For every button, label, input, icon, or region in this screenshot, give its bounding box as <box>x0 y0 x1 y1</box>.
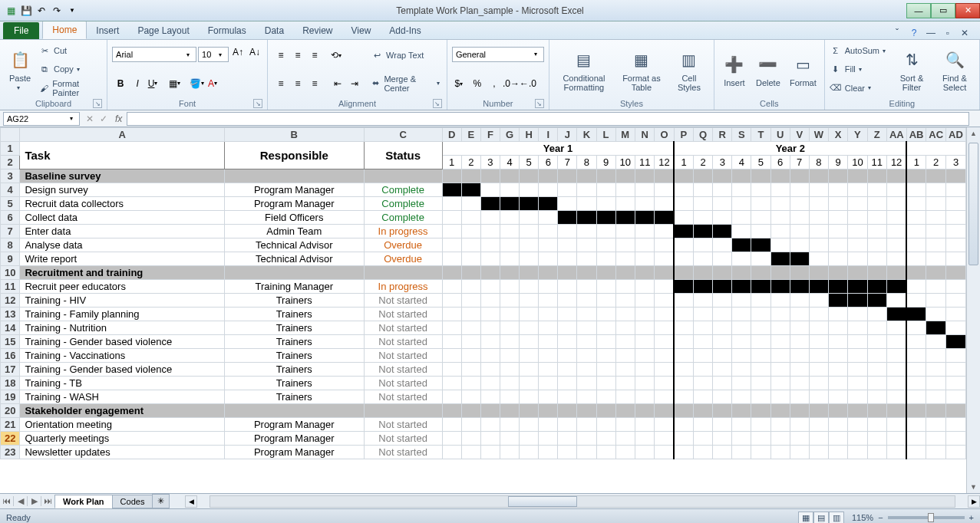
gantt-cell[interactable] <box>520 321 539 335</box>
gantt-cell[interactable] <box>751 432 770 446</box>
gantt-cell[interactable] <box>615 266 635 280</box>
gantt-cell[interactable] <box>461 294 480 308</box>
autosum-button[interactable]: ΣAutoSum▾ <box>830 42 889 59</box>
gantt-cell[interactable] <box>693 252 712 266</box>
gantt-cell[interactable] <box>539 225 558 238</box>
gantt-cell[interactable] <box>906 321 926 335</box>
gantt-cell[interactable] <box>829 363 848 377</box>
gantt-cell[interactable] <box>655 225 674 238</box>
status-cell[interactable]: In progress <box>364 280 442 294</box>
gantt-cell[interactable] <box>520 211 539 225</box>
border-button[interactable]: ▦▾ <box>167 75 184 92</box>
gantt-cell[interactable] <box>770 183 790 197</box>
doc-restore-icon[interactable]: ▫ <box>942 27 954 39</box>
responsible-cell[interactable]: Program Manager <box>224 418 364 432</box>
gantt-cell[interactable] <box>732 280 751 294</box>
col-header-O[interactable]: O <box>655 128 674 142</box>
tab-data[interactable]: Data <box>256 22 293 39</box>
gantt-cell[interactable] <box>539 294 558 308</box>
gantt-cell[interactable] <box>442 335 461 349</box>
gantt-cell[interactable] <box>906 363 926 377</box>
gantt-cell[interactable] <box>577 294 596 308</box>
gantt-cell[interactable] <box>615 335 635 349</box>
gantt-cell[interactable] <box>867 211 886 225</box>
gantt-cell[interactable] <box>713 308 732 321</box>
gantt-cell[interactable] <box>615 169 635 183</box>
hscroll-right-icon[interactable]: ▶ <box>968 495 980 508</box>
task-cell[interactable]: Training - Vaccinations <box>20 349 225 363</box>
fill-button[interactable]: ⬇Fill▾ <box>830 61 889 77</box>
gantt-cell[interactable] <box>790 266 809 280</box>
gantt-cell[interactable] <box>577 363 596 377</box>
gantt-cell[interactable] <box>520 446 539 459</box>
gantt-cell[interactable] <box>635 321 655 335</box>
gantt-cell[interactable] <box>887 349 907 363</box>
accept-fx-icon[interactable]: ✓ <box>100 113 107 124</box>
row-header-21[interactable]: 21 <box>1 418 20 432</box>
clipboard-launcher-icon[interactable]: ↘ <box>93 99 102 108</box>
task-cell[interactable]: Analyse data <box>20 238 225 252</box>
gantt-cell[interactable] <box>751 238 770 252</box>
section-cell[interactable] <box>224 169 364 183</box>
gantt-cell[interactable] <box>442 225 461 238</box>
responsible-cell[interactable]: Technical Advisor <box>224 252 364 266</box>
gantt-cell[interactable] <box>770 363 790 377</box>
responsible-cell[interactable]: Technical Advisor <box>224 238 364 252</box>
gantt-cell[interactable] <box>751 197 770 211</box>
status-cell[interactable]: Complete <box>364 197 442 211</box>
gantt-cell[interactable] <box>926 335 946 349</box>
align-right-button[interactable]: ≡ <box>306 75 323 92</box>
conditional-formatting-button[interactable]: ▤Conditional Formatting <box>554 41 614 97</box>
vertical-scrollbar[interactable]: ▲ ▼ <box>966 127 980 493</box>
font-name-combo[interactable]: Arial▾ <box>112 47 196 62</box>
gantt-cell[interactable] <box>480 197 500 211</box>
gantt-cell[interactable] <box>732 225 751 238</box>
gantt-cell[interactable] <box>887 238 907 252</box>
status-cell[interactable]: Not started <box>364 418 442 432</box>
gantt-cell[interactable] <box>713 266 732 280</box>
gantt-cell[interactable] <box>867 390 886 404</box>
gantt-cell[interactable] <box>713 211 732 225</box>
gantt-cell[interactable] <box>539 280 558 294</box>
gantt-cell[interactable] <box>655 432 674 446</box>
format-painter-button[interactable]: 🖌Format Painter <box>38 80 102 97</box>
gantt-cell[interactable] <box>693 363 712 377</box>
gantt-cell[interactable] <box>635 252 655 266</box>
gantt-cell[interactable] <box>577 238 596 252</box>
gantt-cell[interactable] <box>500 183 519 197</box>
gantt-cell[interactable] <box>500 418 519 432</box>
sheet-nav-next-icon[interactable]: ▶ <box>28 496 41 506</box>
gantt-cell[interactable] <box>732 363 751 377</box>
gantt-cell[interactable] <box>500 197 519 211</box>
gantt-cell[interactable] <box>635 266 655 280</box>
close-button[interactable]: ✕ <box>955 3 980 18</box>
tab-view[interactable]: View <box>342 22 381 39</box>
gantt-cell[interactable] <box>887 446 907 459</box>
gantt-cell[interactable] <box>693 294 712 308</box>
gantt-cell[interactable] <box>693 335 712 349</box>
insert-cells-button[interactable]: ➕Insert <box>719 41 750 97</box>
gantt-cell[interactable] <box>674 225 693 238</box>
gantt-cell[interactable] <box>539 308 558 321</box>
gantt-cell[interactable] <box>539 404 558 418</box>
gantt-cell[interactable] <box>946 321 966 335</box>
gantt-cell[interactable] <box>461 377 480 390</box>
gantt-cell[interactable] <box>500 169 519 183</box>
gantt-cell[interactable] <box>829 252 848 266</box>
gantt-cell[interactable] <box>906 349 926 363</box>
status-cell[interactable]: Complete <box>364 183 442 197</box>
gantt-cell[interactable] <box>848 404 867 418</box>
col-header-W[interactable]: W <box>809 128 828 142</box>
gantt-cell[interactable] <box>480 446 500 459</box>
gantt-cell[interactable] <box>442 446 461 459</box>
gantt-cell[interactable] <box>615 349 635 363</box>
gantt-cell[interactable] <box>751 169 770 183</box>
gantt-cell[interactable] <box>946 335 966 349</box>
gantt-cell[interactable] <box>577 432 596 446</box>
gantt-cell[interactable] <box>461 308 480 321</box>
col-header-N[interactable]: N <box>635 128 655 142</box>
gantt-cell[interactable] <box>577 390 596 404</box>
gantt-cell[interactable] <box>713 183 732 197</box>
responsible-cell[interactable]: Trainers <box>224 377 364 390</box>
gantt-cell[interactable] <box>577 349 596 363</box>
